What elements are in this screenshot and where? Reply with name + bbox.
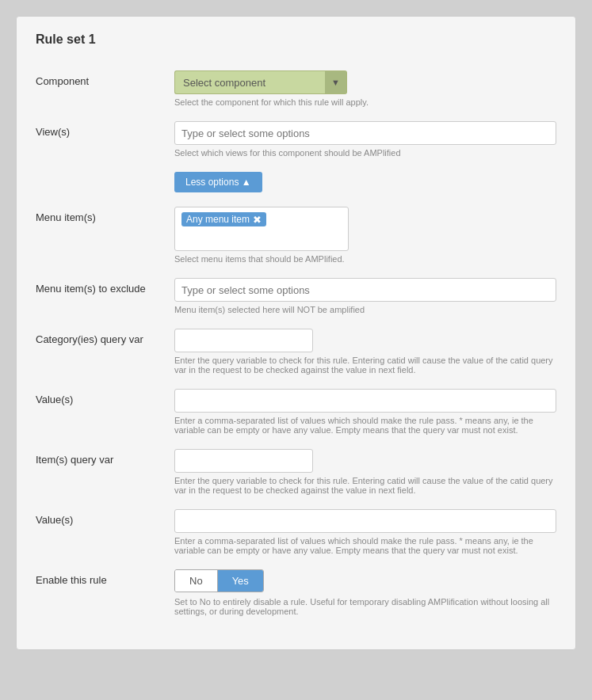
menu-items-row: Menu item(s) Any menu item ✖ Select menu… xyxy=(36,207,556,264)
views-help-text: Select which views for this component sh… xyxy=(174,148,556,158)
less-options-row: Less options ▲ xyxy=(36,172,556,207)
values-2-control: Enter a comma-separated list of values w… xyxy=(174,509,556,555)
component-select[interactable]: Select component xyxy=(174,70,325,94)
rule-set-card: Rule set 1 Component Select component ▼ … xyxy=(16,16,576,650)
menu-items-exclude-label: Menu item(s) to exclude xyxy=(36,278,174,295)
views-row: View(s) Select which views for this comp… xyxy=(36,121,556,158)
values-1-label: Value(s) xyxy=(36,389,174,405)
values-1-help-text: Enter a comma-separated list of values w… xyxy=(174,416,556,435)
menu-items-exclude-input[interactable] xyxy=(174,278,556,302)
toggle-no-button[interactable]: No xyxy=(175,570,218,592)
enable-rule-toggle: No Yes xyxy=(174,569,264,592)
enable-rule-row: Enable this rule No Yes Set to No to ent… xyxy=(36,569,556,616)
values-1-control: Enter a comma-separated list of values w… xyxy=(174,389,556,435)
menu-items-help-text: Select menu items that should be AMPlifi… xyxy=(174,254,556,264)
component-select-placeholder: Select component xyxy=(183,77,265,89)
component-select-arrow[interactable]: ▼ xyxy=(325,70,347,94)
values-2-input[interactable] xyxy=(174,509,556,533)
values-2-help-text: Enter a comma-separated list of values w… xyxy=(174,536,556,555)
component-help-text: Select the component for which this rule… xyxy=(174,97,556,107)
values-1-row: Value(s) Enter a comma-separated list of… xyxy=(36,389,556,435)
category-query-var-row: Category(ies) query var Enter the query … xyxy=(36,329,556,375)
values-2-label: Value(s) xyxy=(36,509,174,526)
views-input[interactable] xyxy=(174,121,556,145)
items-query-var-control: Enter the query variable to check for th… xyxy=(174,449,556,495)
component-row: Component Select component ▼ Select the … xyxy=(36,70,556,107)
category-query-var-control: Enter the query variable to check for th… xyxy=(174,329,556,375)
menu-item-tag-any: Any menu item ✖ xyxy=(181,212,266,226)
category-query-var-help-text: Enter the query variable to check for th… xyxy=(174,356,556,375)
menu-items-exclude-row: Menu item(s) to exclude Menu item(s) sel… xyxy=(36,278,556,314)
items-query-var-row: Item(s) query var Enter the query variab… xyxy=(36,449,556,495)
category-query-var-input[interactable] xyxy=(174,329,313,352)
views-label: View(s) xyxy=(36,121,174,138)
less-options-button[interactable]: Less options ▲ xyxy=(174,172,262,192)
enable-rule-label: Enable this rule xyxy=(36,569,174,586)
menu-items-exclude-help-text: Menu item(s) selected here will NOT be a… xyxy=(174,305,556,314)
menu-items-tag-input[interactable]: Any menu item ✖ xyxy=(174,207,349,251)
views-control: Select which views for this component sh… xyxy=(174,121,556,158)
values-1-input[interactable] xyxy=(174,389,556,413)
items-query-var-label: Item(s) query var xyxy=(36,449,174,466)
category-query-var-label: Category(ies) query var xyxy=(36,329,174,345)
card-title: Rule set 1 xyxy=(36,32,556,55)
enable-rule-help-text: Set to No to entirely disable a rule. Us… xyxy=(174,597,556,616)
menu-items-label: Menu item(s) xyxy=(36,207,174,223)
component-label: Component xyxy=(36,70,174,87)
component-select-group: Select component ▼ xyxy=(174,70,556,94)
toggle-yes-button[interactable]: Yes xyxy=(218,570,263,592)
tag-label: Any menu item xyxy=(186,214,250,225)
values-2-row: Value(s) Enter a comma-separated list of… xyxy=(36,509,556,555)
menu-items-exclude-control: Menu item(s) selected here will NOT be a… xyxy=(174,278,556,314)
enable-rule-control: No Yes Set to No to entirely disable a r… xyxy=(174,569,556,616)
items-query-var-help-text: Enter the query variable to check for th… xyxy=(174,476,556,495)
items-query-var-input[interactable] xyxy=(174,449,313,473)
component-control: Select component ▼ Select the component … xyxy=(174,70,556,107)
tag-close-icon[interactable]: ✖ xyxy=(253,215,262,225)
menu-items-control: Any menu item ✖ Select menu items that s… xyxy=(174,207,556,264)
